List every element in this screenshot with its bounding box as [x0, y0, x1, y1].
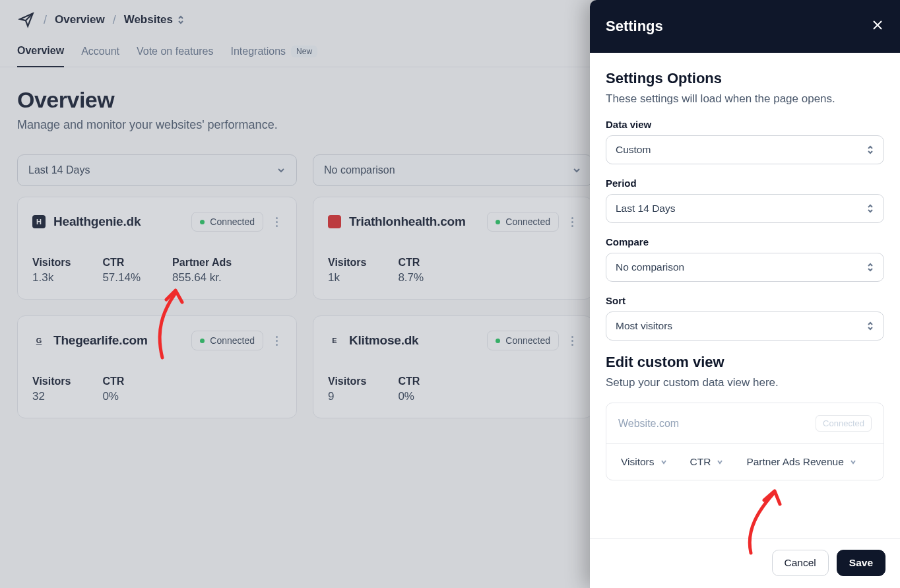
stat-value: 8.7% [398, 271, 424, 284]
drawer-body: Settings Options These settings will loa… [590, 53, 900, 539]
period-value: Last 14 Days [28, 164, 90, 176]
breadcrumb-label: Websites [124, 13, 173, 26]
drawer-footer: Cancel Save [590, 539, 900, 588]
site-name: Klitmose.dk [349, 333, 419, 348]
button-label: Cancel [785, 557, 816, 568]
site-favicon: H [32, 215, 46, 228]
button-label: Save [849, 557, 873, 568]
breadcrumb-separator: / [113, 13, 116, 27]
column-label: CTR [690, 456, 711, 468]
stat-value: 57.14% [102, 271, 141, 284]
column-label: Partner Ads Revenue [746, 456, 843, 468]
section-title: Settings Options [606, 70, 884, 87]
section-title: Edit custom view [606, 354, 884, 371]
drawer-header: Settings [590, 0, 900, 53]
stat-label: CTR [102, 257, 141, 269]
stat-label: Visitors [328, 257, 366, 269]
breadcrumb-websites[interactable]: Websites [124, 13, 185, 26]
custom-column-select[interactable]: CTR [690, 456, 724, 468]
tab-label: Vote on features [137, 46, 214, 57]
example-status-badge: Connected [816, 415, 872, 432]
chevron-down-icon [276, 166, 286, 175]
compare-value: No comparison [324, 164, 395, 176]
stat-value: 1.3k [32, 271, 71, 284]
status-text: Connected [210, 216, 255, 227]
site-card[interactable]: Triathlonhealth.com Connected Visitors 1… [313, 197, 593, 300]
updown-icon [177, 15, 185, 25]
more-icon[interactable] [567, 336, 577, 346]
site-favicon: E [328, 334, 341, 347]
updown-icon [866, 144, 874, 156]
column-label: Visitors [621, 456, 655, 468]
more-icon[interactable] [271, 217, 282, 227]
compare-label: Compare [606, 236, 884, 247]
custom-column-select[interactable]: Visitors [621, 456, 668, 468]
tab-label: Overview [17, 45, 64, 57]
drawer-title: Settings [606, 18, 663, 35]
status-badge: Connected [487, 331, 559, 350]
cancel-button[interactable]: Cancel [772, 550, 829, 576]
close-icon [871, 18, 884, 32]
select-value: Most visitors [616, 320, 672, 332]
site-name: Triathlonhealth.com [349, 214, 466, 229]
data-view-select[interactable]: Custom [606, 135, 884, 164]
tab-overview[interactable]: Overview [17, 45, 64, 67]
stat-label: CTR [398, 376, 420, 387]
select-value: Custom [616, 144, 651, 156]
updown-icon [866, 261, 874, 273]
site-card[interactable]: G Thegearlife.com Connected Visitors 32 … [17, 315, 297, 418]
status-text: Connected [210, 335, 255, 346]
stat-value: 855.64 kr. [172, 271, 232, 284]
tab-label: Integrations [231, 46, 286, 57]
period-label: Period [606, 178, 884, 189]
new-badge: New [291, 46, 317, 57]
breadcrumb-overview[interactable]: Overview [55, 13, 105, 26]
drawer-compare-select[interactable]: No comparison [606, 253, 884, 282]
chevron-down-icon [660, 458, 668, 466]
site-name: Thegearlife.com [53, 333, 148, 348]
compare-select[interactable]: No comparison [313, 154, 593, 186]
stat-label: Partner Ads [172, 257, 232, 269]
stat-label: CTR [398, 257, 424, 269]
site-favicon: G [32, 334, 46, 347]
site-name: Healthgenie.dk [53, 214, 141, 229]
custom-column-select[interactable]: Partner Ads Revenue [746, 456, 856, 468]
settings-drawer: Settings Settings Options These settings… [590, 0, 900, 588]
stat-value: 9 [328, 390, 366, 403]
stat-label: Visitors [32, 257, 71, 269]
section-subtitle: These settings will load when the page o… [606, 92, 884, 106]
chevron-down-icon [572, 166, 581, 175]
paper-plane-icon [18, 11, 35, 28]
select-value: No comparison [616, 261, 684, 273]
period-select[interactable]: Last 14 Days [17, 154, 297, 186]
updown-icon [866, 203, 874, 214]
tab-vote[interactable]: Vote on features [137, 46, 214, 67]
drawer-sort-select[interactable]: Most visitors [606, 311, 884, 341]
select-value: Last 14 Days [616, 203, 675, 214]
status-dot-icon [496, 339, 500, 343]
stat-label: Visitors [328, 376, 366, 387]
drawer-period-select[interactable]: Last 14 Days [606, 194, 884, 223]
section-subtitle: Setup your custom data view here. [606, 376, 884, 389]
site-favicon [328, 215, 341, 228]
status-text: Connected [505, 335, 550, 346]
status-badge: Connected [191, 212, 263, 232]
stat-value: 0% [102, 390, 124, 403]
close-button[interactable] [871, 18, 884, 34]
stat-value: 1k [328, 271, 366, 284]
tab-label: Account [81, 46, 119, 57]
tab-account[interactable]: Account [81, 46, 119, 67]
breadcrumb-separator: / [44, 13, 47, 27]
app-logo[interactable] [17, 11, 36, 29]
save-button[interactable]: Save [837, 550, 885, 576]
more-icon[interactable] [271, 336, 282, 346]
chevron-down-icon [849, 458, 857, 466]
status-badge: Connected [487, 212, 559, 232]
more-icon[interactable] [567, 217, 577, 227]
status-dot-icon [496, 220, 500, 224]
sort-label: Sort [606, 295, 884, 306]
breadcrumb-label: Overview [55, 13, 105, 26]
site-card[interactable]: H Healthgenie.dk Connected Visitors 1.3k… [17, 197, 297, 300]
tab-integrations[interactable]: Integrations New [231, 46, 318, 67]
site-card[interactable]: E Klitmose.dk Connected Visitors 9 CTR 0… [313, 315, 593, 418]
